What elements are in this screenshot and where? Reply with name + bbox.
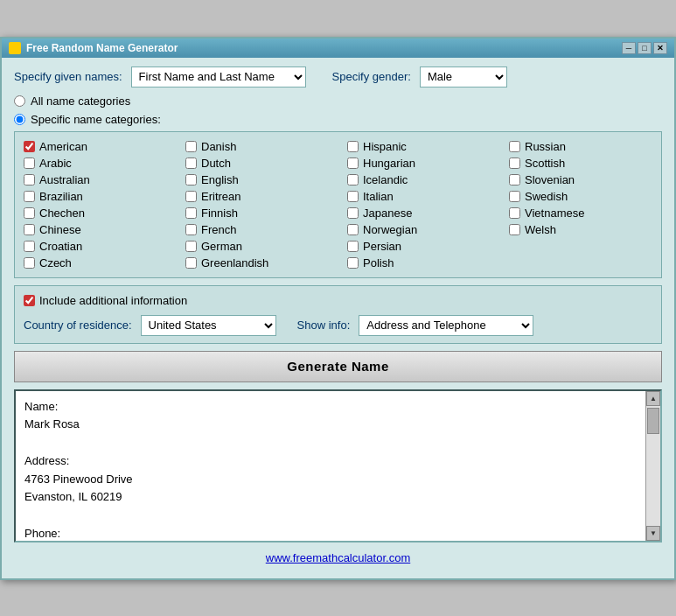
checkbox-cb_hispanic[interactable] bbox=[347, 141, 359, 152]
checkbox-label-cb_chechen[interactable]: Chechen bbox=[39, 206, 85, 220]
specific-categories-radio-row: Specific name categories: bbox=[14, 113, 662, 126]
checkbox-item-cb_welsh: Welsh bbox=[509, 222, 671, 237]
checkbox-label-cb_hungarian[interactable]: Hungarian bbox=[363, 157, 415, 170]
output-area[interactable]: Name:Mark RosaAddress:4763 Pinewood Driv… bbox=[16, 391, 645, 541]
output-area-wrapper: Name:Mark RosaAddress:4763 Pinewood Driv… bbox=[14, 389, 662, 542]
checkbox-cb_japanese[interactable] bbox=[347, 207, 359, 219]
checkbox-item-cb_greenlandish: Greenlandish bbox=[185, 256, 347, 270]
checkbox-cb_american[interactable] bbox=[24, 141, 35, 152]
scroll-down-button[interactable]: ▼ bbox=[646, 526, 660, 541]
checkbox-cb_persian[interactable] bbox=[347, 241, 359, 252]
checkbox-cb_finnish[interactable] bbox=[185, 207, 197, 219]
generate-name-button[interactable]: Generate Name bbox=[14, 351, 662, 382]
checkbox-cb_chechen[interactable] bbox=[24, 207, 35, 219]
checkbox-cb_brazilian[interactable] bbox=[24, 191, 35, 202]
checkbox-cb_french[interactable] bbox=[185, 224, 197, 235]
scroll-up-button[interactable]: ▲ bbox=[646, 391, 660, 406]
checkbox-label-cb_swedish[interactable]: Swedish bbox=[525, 190, 568, 203]
checkbox-label-cb_finnish[interactable]: Finnish bbox=[201, 206, 238, 220]
specific-categories-label[interactable]: Specific name categories: bbox=[31, 113, 161, 126]
checkbox-label-cb_danish[interactable]: Danish bbox=[201, 140, 236, 153]
checkbox-label-cb_eritrean[interactable]: Eritrean bbox=[201, 190, 241, 203]
checkbox-label-cb_arabic[interactable]: Arabic bbox=[39, 157, 72, 170]
checkbox-item-cb_hispanic: Hispanic bbox=[347, 139, 509, 154]
include-additional-info-label[interactable]: Include additional information bbox=[39, 294, 187, 307]
checkbox-label-cb_norwegian[interactable]: Norwegian bbox=[363, 223, 417, 236]
checkbox-cb_arabic[interactable] bbox=[24, 158, 35, 169]
checkbox-cb_scottish[interactable] bbox=[509, 158, 520, 169]
country-dropdown[interactable]: United States Canada United Kingdom Aust… bbox=[141, 315, 276, 336]
checkbox-item-cb_hungarian: Hungarian bbox=[347, 156, 509, 171]
checkbox-item-cb_norwegian: Norwegian bbox=[347, 222, 509, 237]
checkbox-label-cb_croatian[interactable]: Croatian bbox=[39, 240, 82, 253]
all-categories-radio[interactable] bbox=[14, 95, 25, 107]
checkbox-label-cb_brazilian[interactable]: Brazilian bbox=[39, 190, 83, 203]
checkbox-cb_italian[interactable] bbox=[347, 191, 359, 202]
checkbox-cb_hungarian[interactable] bbox=[347, 158, 359, 169]
specific-categories-radio[interactable] bbox=[14, 114, 25, 125]
title-bar: Free Random Name Generator ─ □ ✕ bbox=[2, 38, 674, 58]
checkbox-item-cb_german: German bbox=[185, 239, 347, 254]
close-button[interactable]: ✕ bbox=[653, 42, 667, 54]
checkbox-cb_greenlandish[interactable] bbox=[185, 257, 197, 269]
checkbox-label-cb_french[interactable]: French bbox=[201, 223, 236, 236]
checkbox-label-cb_chinese[interactable]: Chinese bbox=[39, 223, 81, 236]
given-names-dropdown[interactable]: First Name and Last Name First Name Only… bbox=[131, 66, 306, 88]
include-additional-info-checkbox[interactable] bbox=[24, 295, 35, 306]
checkbox-item-cb_arabic: Arabic bbox=[24, 156, 185, 171]
checkbox-cb_australian[interactable] bbox=[24, 174, 35, 186]
checkbox-cb_icelandic[interactable] bbox=[347, 174, 359, 186]
checkbox-label-cb_icelandic[interactable]: Icelandic bbox=[363, 173, 408, 186]
checkbox-label-cb_italian[interactable]: Italian bbox=[363, 190, 394, 203]
vertical-scrollbar[interactable]: ▲ ▼ bbox=[645, 391, 660, 541]
checkbox-cb_english[interactable] bbox=[185, 174, 197, 186]
checkbox-cb_dutch[interactable] bbox=[185, 158, 197, 169]
checkbox-item-cb_scottish: Scottish bbox=[509, 156, 671, 171]
checkbox-cb_eritrean[interactable] bbox=[185, 191, 197, 202]
checkbox-label-cb_german[interactable]: German bbox=[201, 240, 242, 253]
checkbox-cb_vietnamese[interactable] bbox=[509, 207, 520, 219]
maximize-button[interactable]: □ bbox=[638, 42, 652, 54]
checkbox-item-cb_japanese: Japanese bbox=[347, 206, 509, 220]
checkbox-cb_slovenian[interactable] bbox=[509, 174, 520, 186]
checkbox-cb_polish[interactable] bbox=[347, 257, 359, 269]
checkbox-label-cb_scottish[interactable]: Scottish bbox=[525, 157, 565, 170]
checkbox-cb_croatian[interactable] bbox=[24, 241, 35, 252]
checkbox-label-cb_japanese[interactable]: Japanese bbox=[363, 206, 412, 220]
checkbox-label-cb_czech[interactable]: Czech bbox=[39, 256, 72, 270]
minimize-button[interactable]: ─ bbox=[622, 42, 636, 54]
checkbox-label-cb_dutch[interactable]: Dutch bbox=[201, 157, 231, 170]
checkbox-cb_welsh[interactable] bbox=[509, 224, 520, 235]
checkbox-item-cb_australian: Australian bbox=[24, 172, 185, 187]
checkbox-cb_chinese[interactable] bbox=[24, 224, 35, 235]
checkbox-cb_russian[interactable] bbox=[509, 141, 520, 152]
checkbox-label-cb_american[interactable]: American bbox=[39, 140, 87, 153]
checkbox-label-cb_slovenian[interactable]: Slovenian bbox=[525, 173, 575, 186]
footer-link[interactable]: www.freemathcalculator.com bbox=[14, 548, 662, 570]
checkbox-cb_norwegian[interactable] bbox=[347, 224, 359, 235]
checkbox-label-cb_vietnamese[interactable]: Vietnamese bbox=[525, 206, 584, 220]
checkbox-label-cb_polish[interactable]: Polish bbox=[363, 256, 394, 270]
gender-dropdown[interactable]: Male Female Both bbox=[420, 66, 507, 88]
title-bar-left: Free Random Name Generator bbox=[9, 42, 178, 54]
checkbox-label-cb_hispanic[interactable]: Hispanic bbox=[363, 140, 407, 153]
names-gender-row: Specify given names: First Name and Last… bbox=[14, 66, 662, 88]
checkbox-label-cb_australian[interactable]: Australian bbox=[39, 173, 90, 186]
checkbox-label-cb_greenlandish[interactable]: Greenlandish bbox=[201, 256, 268, 270]
checkbox-label-cb_english[interactable]: English bbox=[201, 173, 239, 186]
show-info-label: Show info: bbox=[297, 318, 351, 332]
checkbox-item-cb_chinese: Chinese bbox=[24, 222, 185, 237]
all-categories-label[interactable]: All name categories bbox=[31, 94, 130, 108]
checkbox-label-cb_russian[interactable]: Russian bbox=[525, 140, 566, 153]
checkbox-item-cb_eritrean: Eritrean bbox=[185, 189, 347, 204]
checkbox-label-cb_welsh[interactable]: Welsh bbox=[525, 223, 556, 236]
checkbox-cb_czech[interactable] bbox=[24, 257, 35, 269]
specify-gender-label: Specify gender: bbox=[332, 70, 411, 83]
show-info-dropdown[interactable]: Address and Telephone Address Only Telep… bbox=[359, 315, 533, 336]
checkbox-cb_danish[interactable] bbox=[185, 141, 197, 152]
specify-given-names-label: Specify given names: bbox=[14, 70, 122, 83]
checkbox-label-cb_persian[interactable]: Persian bbox=[363, 240, 401, 253]
checkbox-cb_german[interactable] bbox=[185, 241, 197, 252]
checkbox-cb_swedish[interactable] bbox=[509, 191, 520, 202]
scroll-thumb[interactable] bbox=[647, 408, 659, 434]
